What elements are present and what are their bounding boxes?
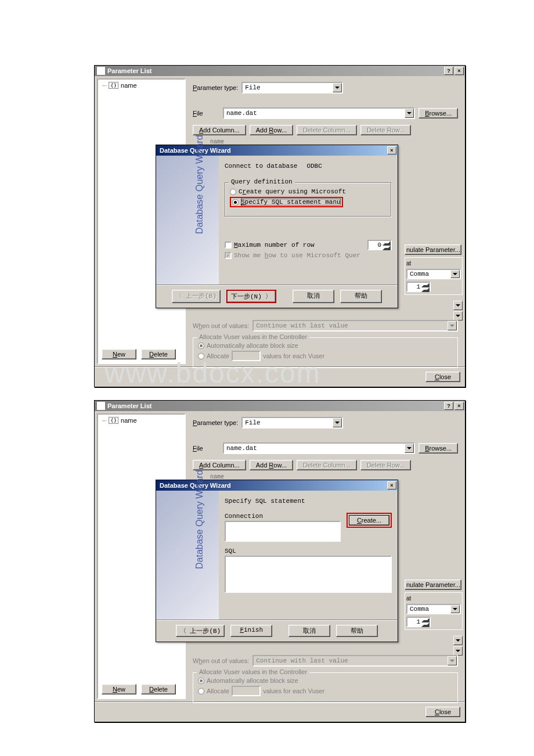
wizard-titlebar[interactable]: Database Query Wizard ×	[156, 480, 398, 491]
delete-button[interactable]: Delete	[141, 684, 176, 694]
help-button[interactable]: ?	[444, 402, 453, 410]
add-column-button[interactable]: Add Column...	[193, 125, 246, 135]
finish-button[interactable]: Finish	[230, 625, 272, 637]
param-type-combo[interactable]: File	[241, 417, 343, 429]
tree-item-name[interactable]: ···· {} name	[99, 416, 183, 425]
alloc-auto-label: Automatically allocate block size	[207, 342, 298, 349]
param-type-label: Parameter type:	[193, 84, 238, 91]
titlebar[interactable]: Parameter List ? ×	[95, 401, 465, 411]
file-combo[interactable]: name.dat	[223, 107, 415, 119]
connect-value: ODBC	[306, 163, 322, 170]
spin-up[interactable]	[421, 283, 430, 287]
spin-down[interactable]	[383, 246, 391, 250]
scroll-down-icon[interactable]	[453, 636, 463, 645]
chevron-down-icon[interactable]	[405, 444, 414, 453]
titlebar[interactable]: Parameter List ? ×	[95, 66, 465, 76]
close-window-button[interactable]: Close	[425, 372, 460, 382]
title-text: Parameter List	[107, 67, 444, 74]
create-highlight: Create...	[347, 513, 392, 528]
new-button[interactable]: NNewew	[102, 349, 136, 359]
wizard-titlebar[interactable]: Database Query Wizard ×	[156, 145, 398, 156]
chevron-down-icon[interactable]	[450, 270, 460, 278]
close-window-button[interactable]: Close	[425, 707, 460, 717]
alloc-manual-label: Allocate	[207, 687, 229, 694]
allocate-group: Allocate Vuser values in the Controller …	[193, 337, 458, 368]
close-icon[interactable]: ×	[387, 146, 396, 154]
alloc-auto-label: Automatically allocate block size	[207, 677, 298, 684]
connection-field[interactable]	[225, 521, 341, 542]
delete-row-button: Delete Row...	[360, 125, 411, 135]
chevron-down-icon[interactable]	[333, 418, 342, 427]
radio-create-ms[interactable]	[230, 189, 236, 195]
allocate-legend: Allocate Vuser values in the Controller	[197, 333, 309, 340]
chevron-down-icon[interactable]	[450, 605, 460, 613]
max-rows-spinner[interactable]	[367, 240, 392, 250]
spin-up[interactable]	[383, 241, 391, 246]
add-row-button[interactable]: Add Row...	[250, 125, 293, 135]
column-spinner[interactable]	[406, 617, 431, 627]
chevron-down-icon[interactable]	[405, 109, 414, 118]
close-button[interactable]: ×	[454, 402, 464, 410]
connect-label: Connect to database	[225, 163, 297, 170]
checkbox-max-rows[interactable]	[225, 242, 232, 249]
frag-at-label: at	[406, 595, 411, 602]
tree-glyph-icon: {}	[109, 417, 118, 424]
chevron-down-icon[interactable]	[333, 83, 342, 92]
radio-manual	[198, 353, 204, 359]
column-spinner[interactable]	[406, 282, 431, 292]
file-label: File	[193, 110, 219, 117]
alloc-suffix: values for each Vuser	[263, 352, 324, 359]
cancel-button[interactable]: 取消	[288, 625, 330, 637]
close-icon[interactable]: ×	[387, 481, 396, 489]
app-icon	[97, 67, 105, 75]
spin-down[interactable]	[421, 622, 430, 627]
simulate-param-button[interactable]: nulate Parameter...	[405, 244, 461, 255]
database-query-wizard-1: Database Query Wizard × Database Query W…	[156, 145, 398, 308]
max-rows-label: Maximum number of row	[234, 242, 315, 249]
browse-button[interactable]: Browse...	[418, 443, 458, 453]
spin-down[interactable]	[421, 287, 430, 292]
spinner-value[interactable]	[407, 283, 421, 291]
delete-button[interactable]: Delete	[141, 349, 176, 359]
title-text: Parameter List	[107, 402, 444, 409]
file-combo[interactable]: name.dat	[223, 442, 415, 454]
checkbox-show-me: ✓	[225, 252, 232, 259]
cancel-button[interactable]: 取消	[293, 290, 334, 303]
back-button[interactable]: 〈 上一步(B)	[176, 625, 225, 637]
parameter-list-window-2: Parameter List ? × ···· {} name New Dele…	[94, 400, 466, 722]
separator-combo[interactable]: Comma	[406, 269, 461, 279]
close-button[interactable]: ×	[454, 67, 464, 75]
max-rows-value[interactable]	[369, 241, 383, 249]
radio-auto	[198, 678, 204, 684]
spinner-value[interactable]	[407, 618, 421, 626]
next-button[interactable]: 下一步(N) 〉	[226, 290, 276, 303]
scroll-down-icon[interactable]	[453, 301, 463, 310]
separator-combo[interactable]: Comma	[406, 604, 461, 614]
help-button[interactable]: ?	[444, 67, 453, 75]
wizard-banner-text: Database Query Wizard	[194, 135, 205, 234]
scroll-down-icon[interactable]	[453, 646, 463, 656]
show-me-label: Show me how to use Microsoft Quer	[234, 252, 360, 259]
wizard-banner-text: Database Query Wizard	[194, 470, 205, 569]
simulate-param-button[interactable]: nulate Parameter...	[405, 579, 461, 590]
when-out-label: When out of values:	[193, 657, 249, 664]
tree-item-label: name	[121, 417, 137, 424]
radio-specify-sql[interactable]	[232, 199, 239, 206]
browse-button[interactable]: Browse...	[418, 108, 458, 118]
spin-up[interactable]	[421, 618, 430, 622]
alloc-value	[232, 686, 261, 696]
add-column-button[interactable]: Add Column...	[193, 460, 246, 470]
param-type-combo[interactable]: File	[241, 82, 343, 93]
connection-label: Connection	[225, 513, 341, 520]
add-row-button[interactable]: Add Row...	[250, 460, 293, 470]
help-button[interactable]: 帮助	[340, 290, 382, 303]
help-button[interactable]: 帮助	[336, 625, 378, 637]
parameter-list-window-1: Parameter List ? × ···· {} name NNewew D…	[94, 65, 466, 387]
create-button[interactable]: Create...	[349, 515, 389, 525]
param-type-label: Parameter type:	[193, 419, 238, 426]
new-button[interactable]: New	[102, 684, 136, 694]
tree-item-name[interactable]: ···· {} name	[99, 81, 183, 90]
scroll-down-icon[interactable]	[453, 311, 463, 321]
frag-at-label: at	[406, 260, 411, 267]
sql-field[interactable]	[225, 556, 392, 593]
